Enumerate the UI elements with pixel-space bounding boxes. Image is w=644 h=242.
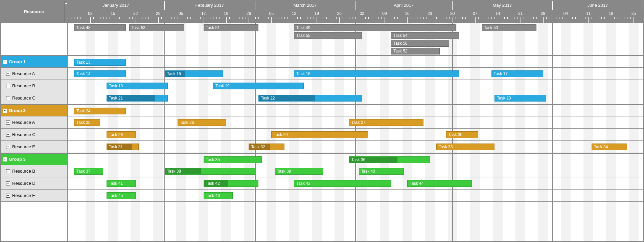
task-bar[interactable]: Task 31 [107,144,139,150]
collapse-toggle[interactable]: − [6,96,10,100]
task-bar[interactable]: Task 23 [495,95,546,102]
task-bar[interactable]: Task 21 [107,95,168,102]
task-bar[interactable]: Task 35 [204,156,262,163]
row-label: Resource A [12,71,35,76]
task-bar[interactable]: Task 26 [178,119,226,126]
week-label: 12 [199,10,209,17]
task-bar[interactable]: Task 48 [74,24,126,31]
group-row[interactable]: −Group 3 [1,153,67,165]
resource-row[interactable]: −Resource A [1,116,67,129]
resource-row[interactable]: −Resource B [1,80,67,92]
task-label: Task 31 [109,145,123,149]
task-label: Task 24 [76,109,90,113]
row-label: Resource C [12,95,36,101]
task-bar[interactable]: Task 46 [204,192,233,199]
task-bar[interactable]: Task 42 [204,180,259,187]
group-row[interactable]: −Group 1 [1,56,67,68]
task-label: Task 36 [351,157,365,162]
chart-row: Task 25Task 26Task 27 [68,116,643,129]
task-bar[interactable]: Task 33 [436,144,495,150]
task-bar[interactable]: Task 52 [391,48,439,54]
collapse-toggle[interactable]: − [6,120,10,125]
task-bar[interactable]: Task 50 [482,24,537,31]
collapse-toggle[interactable]: − [6,181,10,185]
week-label: 11 [583,10,593,17]
task-bar[interactable]: Task 56 [391,40,449,47]
collapse-toggle[interactable]: − [3,109,7,113]
task-bar[interactable]: Task 25 [74,119,100,126]
task-label: Task 19 [215,84,229,88]
task-bar[interactable]: Task 18 [107,83,168,89]
week-label: 26 [244,10,254,17]
collapse-toggle[interactable]: − [6,169,10,173]
task-bar[interactable]: Task 55 [294,32,362,39]
resource-row[interactable]: −Resource E [1,141,67,153]
resource-row[interactable]: −Resource B [1,165,67,177]
collapse-toggle[interactable]: − [6,194,10,198]
week-label: 21 [515,10,526,17]
task-bar[interactable]: Task 54 [391,32,459,39]
row-label: Group 2 [9,108,26,113]
task-bar[interactable]: Task 27 [349,119,423,126]
week-label: 15 [108,10,118,17]
task-bar[interactable]: Task 28 [107,131,136,138]
collapse-toggle[interactable]: − [6,84,10,88]
task-bar[interactable]: Task 16 [294,70,459,77]
resource-row[interactable]: −Resource C [1,92,67,104]
panel-collapse-handle[interactable]: ◂ [64,1,68,22]
group-row[interactable]: −Group 2 [1,104,67,116]
task-bar[interactable]: Task 53 [129,24,184,31]
chart-row: Task 13 [68,56,643,68]
task-bar[interactable]: Task 15 [165,70,223,77]
row-label: Resource C [12,132,36,137]
task-bar[interactable]: Task 40 [359,168,404,175]
chevron-left-icon: ◂ [65,1,67,5]
resource-row[interactable]: −Resource C [1,129,67,141]
collapse-toggle[interactable]: − [6,72,10,76]
task-bar[interactable]: Task 44 [407,180,472,187]
week-label: 05 [176,10,186,17]
row-label: Resource B [12,169,35,174]
resource-row[interactable]: −Resource A [1,68,67,80]
task-bar[interactable]: Task 24 [74,108,126,114]
task-label: Task 42 [206,181,220,186]
task-bar[interactable]: Task 22 [258,95,362,102]
collapse-toggle[interactable]: − [6,133,10,137]
month-row: January 2017February 2017March 2017April… [68,1,643,10]
task-bar[interactable]: Task 49 [294,24,456,31]
task-label: Task 48 [76,25,90,30]
task-bar[interactable]: Task 19 [213,83,304,89]
task-bar[interactable]: Task 17 [491,70,543,77]
chart-body[interactable]: Task 48Task 53Task 51Task 49Task 50Task … [68,23,643,241]
task-label: Task 25 [76,120,90,125]
week-label: 28 [538,10,548,17]
collapse-toggle[interactable]: − [3,157,7,161]
collapse-toggle[interactable]: − [6,145,10,149]
task-bar[interactable]: Task 36 [349,156,430,163]
timeline-header: January 2017February 2017March 2017April… [68,1,643,23]
chart-row: Task 37Task 38Task 39Task 40 [68,165,643,177]
task-bar[interactable]: Task 13 [74,59,126,66]
task-bar[interactable]: Task 29 [271,131,368,138]
task-bar[interactable]: Task 51 [204,24,259,31]
task-bar[interactable]: Task 39 [275,168,323,175]
task-bar[interactable]: Task 41 [107,180,136,187]
task-bar[interactable]: Task 38 [165,168,255,175]
chart-row: Task 14Task 15Task 16Task 17 [68,68,643,80]
task-bar[interactable]: Task 34 [592,144,627,150]
task-label: Task 21 [109,96,123,101]
task-bar[interactable]: Task 32 [249,144,284,150]
task-bar[interactable]: Task 43 [294,180,391,187]
week-label: 22 [131,10,141,17]
collapse-toggle[interactable]: − [3,60,7,64]
task-bar[interactable]: Task 45 [107,192,136,199]
task-label: Task 44 [410,181,423,186]
task-bar[interactable]: Task 14 [74,70,126,77]
task-bar[interactable]: Task 30 [446,131,479,138]
row-label: Group 1 [9,59,26,64]
resource-row[interactable]: −Resource F [1,190,67,202]
task-bar[interactable]: Task 37 [74,168,103,175]
row-label: Resource D [12,181,36,186]
resource-row[interactable]: −Resource D [1,177,67,190]
resource-header-label: Resource [24,9,44,14]
